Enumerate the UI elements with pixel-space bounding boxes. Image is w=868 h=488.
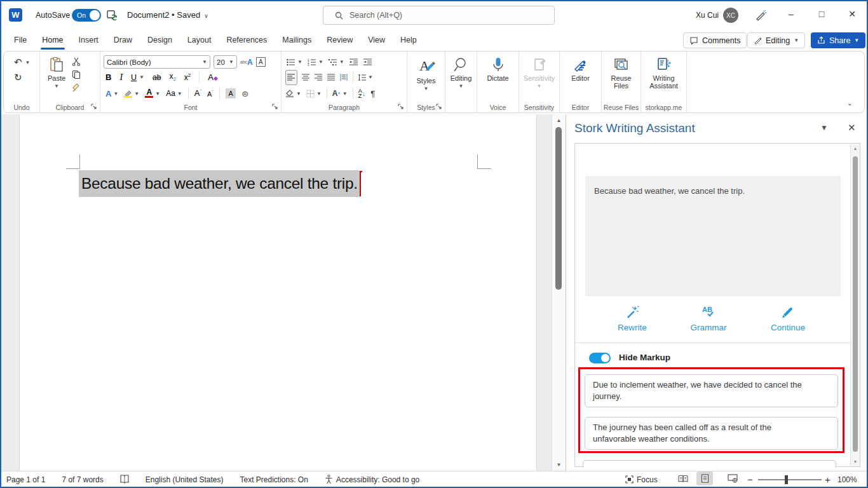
panel-scroll-down-icon[interactable]: ▼ [851,459,860,464]
enclose-characters-button[interactable]: ⊜ [241,89,248,98]
strikethrough-button[interactable]: ab [153,73,161,82]
copy-icon[interactable] [72,70,81,79]
subscript-button[interactable]: x2 [169,72,175,82]
increase-indent-icon[interactable] [363,58,372,66]
panel-chevron-icon[interactable]: ▼ [820,123,828,132]
shrink-font-button[interactable]: Aˇ [207,89,214,98]
suggestion-item[interactable]: Due to inclement weather, we have decide… [585,374,838,407]
panel-close-icon[interactable]: ✕ [848,122,856,133]
clear-formatting-button[interactable]: A◆ [208,72,218,82]
change-case-button[interactable]: Aa [166,89,175,98]
text-effects-button[interactable]: A [105,89,111,98]
phonetic-guide-icon[interactable]: ᵃᵇᶜA [240,58,253,67]
zoom-in-button[interactable]: + [825,471,831,487]
minimize-button[interactable]: – [776,0,806,28]
borders-icon[interactable] [306,90,315,98]
avatar[interactable]: XC [723,8,738,23]
tab-insert[interactable]: Insert [71,30,106,50]
save-icon[interactable] [106,10,118,24]
writing-assistant-button[interactable]: WritingAssistant [641,55,686,90]
superscript-button[interactable]: x2 [184,72,191,82]
undo-button[interactable]: ↶▼ [14,55,39,70]
decrease-indent-icon[interactable] [349,58,358,66]
language-indicator[interactable]: English (United States) [146,475,224,484]
continue-button[interactable]: Continue [728,304,848,332]
autosave-toggle[interactable]: On [72,9,101,22]
web-layout-button[interactable] [724,471,741,485]
tab-layout[interactable]: Layout [180,30,219,50]
justify-button[interactable] [327,74,336,81]
zoom-slider-thumb[interactable] [785,475,788,484]
tab-review[interactable]: Review [319,30,360,50]
zoom-slider[interactable] [758,479,822,480]
character-border-icon[interactable]: A [256,57,266,67]
redo-button[interactable]: ↻ [14,70,39,85]
word-logo[interactable]: W [9,8,22,22]
close-button[interactable]: ✕ [837,0,867,28]
page-indicator[interactable]: Page 1 of 1 [6,475,45,484]
font-launcher-icon[interactable] [272,104,278,110]
document-title[interactable]: Document2 • Saved∨ [127,10,208,20]
hide-markup-toggle[interactable] [589,353,611,363]
user-name[interactable]: Xu Cui [696,11,719,20]
assistant-input-text[interactable]: Because bad weather, we cancel the trip. [585,176,841,296]
scrollbar-thumb[interactable] [555,127,562,290]
tab-design[interactable]: Design [140,30,180,50]
bullets-icon[interactable] [287,58,295,66]
zoom-out-button[interactable]: − [747,471,753,487]
styles-launcher-icon[interactable] [436,104,442,110]
tab-view[interactable]: View [360,30,393,50]
read-mode-button[interactable] [675,471,691,485]
sort-button[interactable]: AZ↓ [358,88,366,98]
tab-draw[interactable]: Draw [106,30,140,50]
numbering-icon[interactable]: 123 [308,58,316,66]
rewrite-button[interactable]: Rewrite [575,304,689,332]
shading-icon[interactable] [285,90,294,98]
suggestion-item-partial[interactable] [583,460,836,468]
share-button[interactable]: Share▼ [811,32,865,48]
reuse-files-button[interactable]: ReuseFiles [602,55,641,90]
collapse-ribbon-icon[interactable]: ⌄ [847,99,853,107]
document-scrollbar[interactable]: ▲ ▼ [552,114,566,471]
print-layout-button[interactable] [696,471,713,485]
distribute-button[interactable] [340,74,348,81]
format-painter-icon[interactable] [72,83,81,92]
editing-mode-button[interactable]: Editing▼ [747,32,805,48]
dictate-button[interactable]: Dictate [477,55,519,82]
ink-pen-icon[interactable] [755,10,766,24]
comments-button[interactable]: Comments [683,32,747,48]
panel-scroll-up-icon[interactable]: ▲ [851,146,860,151]
line-spacing-icon[interactable] [358,74,367,81]
cut-icon[interactable] [72,57,81,66]
grow-font-button[interactable]: Aˆ [194,88,201,98]
proofing-icon[interactable] [120,475,129,484]
focus-button[interactable]: Focus [625,471,658,487]
paste-button[interactable]: Paste ▼ [48,55,65,92]
paragraph-launcher-icon[interactable] [398,104,404,110]
font-color-button[interactable]: A [145,89,153,98]
text-effects-sparkle-button[interactable]: A⁺ [332,89,341,98]
text-predictions[interactable]: Text Predictions: On [240,475,308,484]
bold-button[interactable]: B [105,72,111,82]
font-name-combo[interactable]: Calibri (Body)▼ [104,55,210,69]
tab-references[interactable]: References [219,30,275,50]
sensitivity-button[interactable]: Sensitivity ▼ [519,55,559,89]
document-page[interactable]: Because bad weather, we cancel the trip. [19,114,537,471]
grammar-button[interactable]: AB Grammar [689,304,728,332]
editor-button[interactable]: Editor [560,55,601,82]
align-center-button[interactable] [302,74,310,81]
multilevel-list-icon[interactable] [329,58,337,66]
search-input[interactable]: Search (Alt+Q) [323,6,555,25]
maximize-button[interactable]: □ [807,0,836,28]
styles-button[interactable]: A Styles ▼ [407,55,445,92]
word-count[interactable]: 7 of 7 words [62,475,103,484]
tab-mailings[interactable]: Mailings [275,30,319,50]
scroll-up-icon[interactable]: ▲ [552,118,566,123]
tab-file[interactable]: File [6,30,34,50]
accessibility-status[interactable]: Accessibility: Good to go [325,475,419,484]
clipboard-launcher-icon[interactable] [91,104,97,110]
character-shading-button[interactable]: A [226,88,236,98]
panel-scrollbar-thumb[interactable] [853,156,858,452]
font-size-combo[interactable]: 20▼ [214,55,237,69]
italic-button[interactable]: I [119,72,123,83]
